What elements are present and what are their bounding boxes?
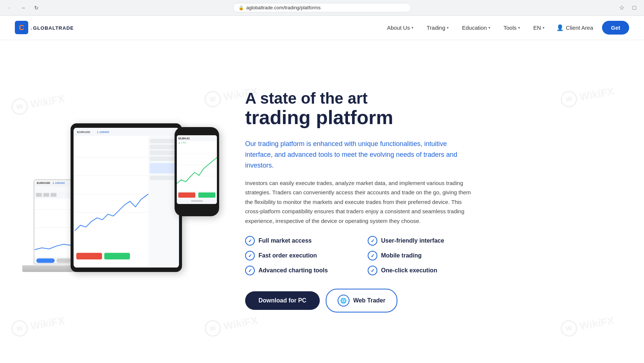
web-trader-button[interactable]: 🌐 Web Trader xyxy=(326,289,397,312)
svg-rect-24 xyxy=(150,150,176,155)
content-section: A state of the art trading platform Our … xyxy=(223,90,475,312)
nav-link-about[interactable]: About Us ▾ xyxy=(381,22,419,34)
tablet-chart-svg: EUR/USD 1.189460 xyxy=(74,128,179,268)
svg-rect-42 xyxy=(178,192,195,198)
watermark-4: W WikiFX xyxy=(10,312,66,338)
watermark-6: W WikiFX xyxy=(559,312,615,338)
watermark-5: W WikiFX xyxy=(203,312,259,338)
svg-rect-26 xyxy=(150,163,176,173)
watermark-3: W WikiFX xyxy=(559,83,615,109)
extensions-button[interactable]: □ xyxy=(629,3,640,13)
browser-actions: ☆ □ xyxy=(617,3,640,13)
get-started-button[interactable]: Get xyxy=(602,21,629,35)
svg-rect-14 xyxy=(36,258,55,263)
navbar: C .GLOBALTRADE About Us ▾ Trading ▾ Educ… xyxy=(0,16,644,39)
device-phone: $5,864.81 ▲ 4.8% xyxy=(175,127,219,216)
feature-user-friendly: ✓ User-friendly interface xyxy=(368,236,475,246)
svg-rect-33 xyxy=(104,253,130,259)
svg-rect-10 xyxy=(36,193,42,197)
nav-item-trading: Trading ▾ xyxy=(421,22,455,34)
svg-rect-22 xyxy=(150,139,176,143)
svg-rect-25 xyxy=(150,156,176,161)
nav-link-tools[interactable]: Tools ▾ xyxy=(498,22,526,34)
devices-section: EUR/USD 1.189460 xyxy=(22,105,223,298)
nav-item-language: EN ▾ xyxy=(527,22,550,34)
svg-rect-43 xyxy=(198,192,215,198)
browser-chrome: ← → ↻ 🔒 aglobaltrade.com/trading/platfor… xyxy=(0,0,644,16)
features-grid: ✓ Full market access ✓ User-friendly int… xyxy=(245,236,475,275)
tablet-screen: EUR/USD 1.189460 xyxy=(74,128,179,268)
logo-text: .GLOBALTRADE xyxy=(30,24,74,32)
svg-rect-32 xyxy=(76,253,102,259)
svg-rect-44 xyxy=(191,200,203,202)
nav-item-tools: Tools ▾ xyxy=(498,22,526,34)
hero-body: Investors can easily execute trades, ana… xyxy=(245,178,475,226)
address-bar[interactable]: 🔒 aglobaltrade.com/trading/platforms xyxy=(233,3,411,12)
nav-link-education[interactable]: Education ▾ xyxy=(456,22,496,34)
chevron-down-icon-lang: ▾ xyxy=(543,26,544,30)
feature-fast-order: ✓ Fast order execution xyxy=(245,251,353,260)
download-pc-button[interactable]: Download for PC xyxy=(245,291,320,310)
cta-buttons: Download for PC 🌐 Web Trader xyxy=(245,289,475,312)
chevron-down-icon-education: ▾ xyxy=(488,26,490,30)
hero-subtitle: Our trading platform is enhanced with un… xyxy=(245,139,475,171)
title-main: trading platform xyxy=(245,107,393,128)
phone-chart-svg: $5,864.81 ▲ 4.8% xyxy=(177,135,217,204)
feature-mobile-trading: ✓ Mobile trading xyxy=(368,251,475,260)
lock-icon: 🔒 xyxy=(238,5,244,10)
svg-rect-21 xyxy=(148,136,178,267)
check-icon-2: ✓ xyxy=(368,236,377,246)
svg-text:EUR/USD: EUR/USD xyxy=(77,130,90,133)
check-icon-5: ✓ xyxy=(245,266,255,275)
nav-link-trading[interactable]: Trading ▾ xyxy=(421,22,455,34)
nav-links: About Us ▾ Trading ▾ Education ▾ Tools ▾ xyxy=(381,22,550,34)
feature-one-click: ✓ One-click execution xyxy=(368,266,475,275)
user-icon: 👤 xyxy=(556,24,564,31)
chevron-down-icon-tools: ▾ xyxy=(518,26,520,30)
url-text: aglobaltrade.com/trading/platforms xyxy=(246,5,321,10)
svg-rect-23 xyxy=(150,145,176,149)
main-content: W WikiFX W WikiFX W WikiFX W WikiFX W Wi… xyxy=(0,39,644,363)
logo[interactable]: C .GLOBALTRADE xyxy=(15,21,74,34)
svg-text:1.189460: 1.189460 xyxy=(97,130,110,133)
chevron-down-icon-trading: ▾ xyxy=(447,26,449,30)
phone-screen: $5,864.81 ▲ 4.8% xyxy=(177,135,217,204)
check-icon-6: ✓ xyxy=(368,266,377,275)
svg-text:$5,864.81: $5,864.81 xyxy=(178,137,190,140)
svg-rect-11 xyxy=(43,193,49,197)
browser-forward-button[interactable]: → xyxy=(18,3,28,13)
check-icon-3: ✓ xyxy=(245,251,255,260)
svg-rect-15 xyxy=(56,258,71,263)
client-area-link[interactable]: 👤 Client Area xyxy=(550,21,599,34)
phone-notch xyxy=(189,131,204,134)
device-tablet: EUR/USD 1.189460 xyxy=(71,123,182,272)
hero-title: A state of the art trading platform xyxy=(245,90,475,128)
nav-item-about: About Us ▾ xyxy=(381,22,419,34)
svg-text:▲ 4.8%: ▲ 4.8% xyxy=(178,142,186,144)
chevron-down-icon: ▾ xyxy=(412,26,413,30)
phone-frame: $5,864.81 ▲ 4.8% xyxy=(175,127,219,216)
svg-rect-27 xyxy=(150,175,176,180)
svg-rect-18 xyxy=(75,128,178,136)
title-partial: A state of the art xyxy=(245,90,475,107)
check-icon-1: ✓ xyxy=(245,236,255,246)
check-icon-4: ✓ xyxy=(368,251,377,260)
nav-item-education: Education ▾ xyxy=(456,22,496,34)
nav-link-language[interactable]: EN ▾ xyxy=(527,22,550,34)
logo-icon: C xyxy=(15,21,28,34)
browser-back-button[interactable]: ← xyxy=(4,3,15,13)
feature-full-market: ✓ Full market access xyxy=(245,236,353,246)
bookmark-button[interactable]: ☆ xyxy=(617,3,627,13)
globe-icon: 🌐 xyxy=(338,295,349,307)
browser-refresh-button[interactable]: ↻ xyxy=(31,3,42,13)
feature-charting-tools: ✓ Advanced charting tools xyxy=(245,266,353,275)
svg-rect-12 xyxy=(51,193,56,197)
tablet-frame: EUR/USD 1.189460 xyxy=(71,123,182,272)
